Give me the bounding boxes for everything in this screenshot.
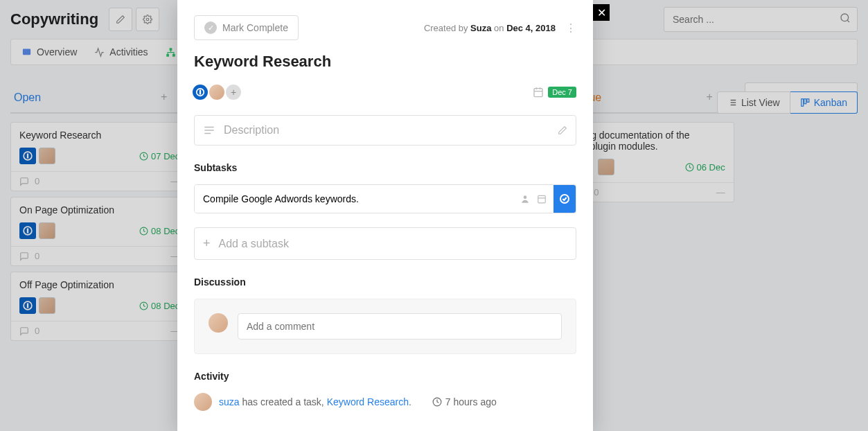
description-placeholder: Description: [224, 124, 549, 137]
close-button[interactable]: ✕: [593, 4, 610, 21]
subtask-save-button[interactable]: [553, 185, 576, 213]
activity-task-link[interactable]: Keyword Research: [327, 396, 409, 407]
task-modal: ✓ Mark Complete Created by Suza on Dec 4…: [177, 0, 593, 431]
task-title: Keyword Research: [194, 53, 576, 71]
activity-action: has created a task,: [240, 396, 327, 407]
subtask-input-row: [194, 184, 576, 213]
due-date-selector[interactable]: Dec 7: [533, 87, 576, 98]
assignees-row: + Dec 7: [194, 83, 576, 101]
svg-point-34: [524, 195, 527, 199]
current-user-avatar: [209, 313, 228, 333]
description-icon: [203, 124, 215, 137]
assignee-avatar[interactable]: [191, 83, 209, 101]
calendar-icon: [533, 87, 544, 98]
subtask-date-icon[interactable]: [537, 194, 547, 204]
add-subtask-label: Add a subtask: [219, 238, 289, 250]
discussion-box: [194, 299, 576, 354]
description-field[interactable]: Description: [194, 115, 576, 146]
mark-complete-label: Mark Complete: [222, 22, 288, 33]
assign-subtask-icon[interactable]: [520, 194, 530, 204]
plus-icon: +: [203, 236, 211, 251]
svg-rect-26: [200, 90, 201, 95]
comment-input[interactable]: [238, 313, 562, 340]
due-date-badge: Dec 7: [548, 87, 576, 98]
discussion-heading: Discussion: [194, 276, 576, 288]
check-icon: ✓: [204, 21, 217, 34]
svg-rect-35: [538, 195, 546, 203]
svg-rect-27: [534, 89, 542, 97]
activity-user[interactable]: suza: [219, 396, 240, 407]
activity-avatar: [194, 393, 212, 411]
assignee-avatar[interactable]: [208, 83, 226, 101]
created-by: Created by Suza on Dec 4, 2018: [424, 23, 556, 33]
mark-complete-button[interactable]: ✓ Mark Complete: [194, 15, 299, 40]
clock-icon: [432, 397, 442, 407]
edit-icon[interactable]: [558, 125, 567, 135]
activity-row: suza has created a task, Keyword Researc…: [194, 393, 576, 411]
activity-heading: Activity: [194, 371, 576, 382]
add-subtask-button[interactable]: + Add a subtask: [194, 227, 576, 260]
task-menu-button[interactable]: ⋮: [565, 21, 576, 35]
add-assignee-button[interactable]: +: [224, 83, 242, 101]
subtask-input[interactable]: [195, 185, 513, 213]
activity-time: 7 hours ago: [432, 396, 497, 407]
subtasks-heading: Subtasks: [194, 162, 576, 173]
